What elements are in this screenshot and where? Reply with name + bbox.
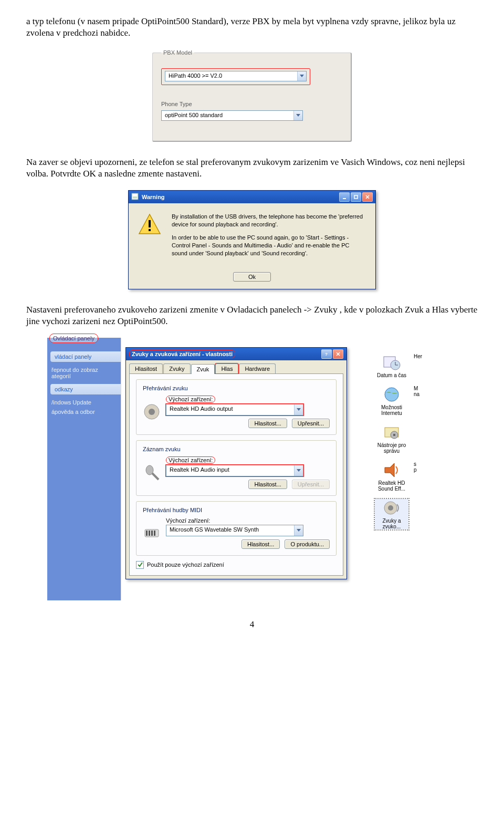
record-advanced-button-disabled: Upřesnit... xyxy=(292,480,330,489)
cp-item-sounds-selected[interactable]: Zvuky a zvuko... xyxy=(375,499,408,529)
svg-text:?: ? xyxy=(325,352,328,356)
bleed-text: M na xyxy=(414,386,419,416)
installer-icon xyxy=(131,193,139,201)
midi-volume-button[interactable]: Hlasitost... xyxy=(242,539,280,549)
leftnav-link[interactable]: ápověda a odbor xyxy=(47,407,121,417)
record-device-value: Realtek HD Audio input xyxy=(166,465,294,476)
cp-item-label: Datum a čas xyxy=(375,372,408,378)
chevron-down-icon[interactable] xyxy=(294,465,303,476)
svg-rect-23 xyxy=(151,531,153,536)
cp-item-label: Nástroje pro správu xyxy=(375,442,408,454)
phone-type-field: Phone Type optiPoint 500 standard xyxy=(161,101,342,121)
svg-rect-22 xyxy=(149,531,150,536)
properties-title-redcircle: Zvuky a zvuková zařízení - vlastnosti xyxy=(129,350,235,358)
playback-advanced-button[interactable]: Upřesnit... xyxy=(292,419,330,428)
tab-zvuk[interactable]: Zvuk xyxy=(191,364,215,374)
help-button[interactable]: ? xyxy=(321,349,332,359)
group-title: Záznam zvuku xyxy=(143,446,330,452)
chevron-down-icon[interactable] xyxy=(297,71,306,81)
pbx-fieldset: PBX Model HiPath 4000 >= V2.0 Phone Type… xyxy=(152,49,352,142)
svg-point-30 xyxy=(385,388,398,401)
svg-rect-3 xyxy=(133,196,137,199)
sound-properties-dialog: Zvuky a zvuková zařízení - vlastnosti ? … xyxy=(125,347,347,579)
svg-marker-19 xyxy=(297,469,301,472)
chevron-down-icon[interactable] xyxy=(294,404,303,415)
record-volume-button[interactable]: Hlasitost... xyxy=(248,480,287,489)
properties-titlebar: Zvuky a zvuková zařízení - vlastnosti ? xyxy=(126,348,346,360)
svg-point-15 xyxy=(149,409,155,415)
use-default-only-checkbox-row[interactable]: Použít pouze výchozí zařízení xyxy=(136,561,337,569)
record-device-dropdown[interactable]: Realtek HD Audio input xyxy=(166,465,303,476)
maximize-button[interactable] xyxy=(351,192,361,202)
close-button[interactable] xyxy=(362,192,373,202)
midi-about-button[interactable]: O produktu... xyxy=(285,539,330,549)
speaker-icon xyxy=(143,403,161,421)
svg-rect-24 xyxy=(154,531,155,536)
leftnav-switchview[interactable]: řepnout do zobraz ategorií xyxy=(47,365,121,381)
control-panel-leftnav: vládací panely řepnout do zobraz ategori… xyxy=(47,338,121,600)
group-playback: Přehrávání zvuku Výchozí zařízení: Realt… xyxy=(136,379,337,435)
tab-zvuky[interactable]: Zvuky xyxy=(163,363,190,373)
cp-item-datetime[interactable]: Datum a čas xyxy=(375,354,408,378)
group-title: Přehrávání hudby MIDI xyxy=(143,507,330,513)
svg-rect-33 xyxy=(393,434,395,436)
group-record: Záznam zvuku Výchozí zařízení: Realtek H… xyxy=(136,440,337,496)
svg-rect-21 xyxy=(146,531,148,536)
doc-paragraph-3: Nastaveni preferovaneho zvukoveho zarize… xyxy=(26,304,478,327)
leftnav-link[interactable]: /indows Update xyxy=(47,398,121,407)
bleed-text: s p xyxy=(414,461,417,492)
svg-marker-16 xyxy=(297,408,301,411)
cp-item-realtek[interactable]: Realtek HD Sound Eff... xyxy=(375,461,408,492)
cp-item-admin-tools[interactable]: Nástroje pro správu xyxy=(375,423,408,454)
svg-line-18 xyxy=(152,473,159,480)
svg-marker-1 xyxy=(296,114,300,117)
phone-type-label: Phone Type xyxy=(161,101,342,107)
svg-marker-25 xyxy=(297,529,301,532)
svg-point-36 xyxy=(388,505,393,511)
tab-hlas-redcircle[interactable]: Hlas xyxy=(215,363,238,373)
screenshot-control-panel: Ovládací panely vládací panely řepnout d… xyxy=(47,338,457,600)
midi-device-dropdown[interactable]: Microsoft GS Wavetable SW Synth xyxy=(166,525,303,536)
tab-hardware[interactable]: Hardware xyxy=(239,363,276,373)
phone-type-dropdown[interactable]: optiPoint 500 standard xyxy=(161,110,303,121)
tabbar: Hlasitost Zvuky Zvuk Hlas Hardware xyxy=(126,360,346,373)
sounds-icon xyxy=(383,499,401,517)
svg-rect-9 xyxy=(149,220,151,227)
warning-icon xyxy=(138,213,161,236)
midi-icon xyxy=(143,524,161,542)
use-default-only-label: Použít pouze výchozí zařízení xyxy=(147,562,224,568)
ok-button[interactable]: Ok xyxy=(233,272,271,282)
group-midi: Přehrávání hudby MIDI Výchozí zařízení: … xyxy=(136,501,337,556)
tab-hlasitost[interactable]: Hlasitost xyxy=(129,363,163,373)
playback-label-redcircle: Výchozí zařízení: xyxy=(166,396,215,403)
close-button[interactable] xyxy=(333,349,343,359)
realtek-icon xyxy=(383,461,401,479)
svg-marker-0 xyxy=(300,75,304,77)
pbx-legend: PBX Model xyxy=(161,49,194,56)
cp-item-label: Zvuky a zvuko... xyxy=(375,518,408,529)
warning-line1: By installation of the USB drivers, the … xyxy=(172,213,366,228)
svg-marker-34 xyxy=(385,463,394,477)
minimize-button[interactable] xyxy=(339,192,350,202)
cp-item-label: Realtek HD Sound Eff... xyxy=(375,480,408,492)
midi-device-value: Microsoft GS Wavetable SW Synth xyxy=(166,525,294,536)
microphone-icon xyxy=(143,464,161,482)
svg-rect-4 xyxy=(343,198,346,199)
control-panel-iconarea: Datum a čas Her Možnosti Internetu M na … xyxy=(372,338,457,600)
bleed-text: Her xyxy=(414,354,422,378)
record-label-redcircle: Výchozí zařízení: xyxy=(166,456,215,464)
screenshot-pbx-model: PBX Model HiPath 4000 >= V2.0 Phone Type… xyxy=(152,49,352,142)
tab-content-zvuk: Přehrávání zvuku Výchozí zařízení: Realt… xyxy=(129,373,343,576)
cp-item-internet-options[interactable]: Možnosti Internetu xyxy=(375,386,408,416)
cp-item-label: Možnosti Internetu xyxy=(375,404,408,416)
chevron-down-icon[interactable] xyxy=(294,525,303,536)
checkbox-checked-icon[interactable] xyxy=(136,561,144,569)
group-title: Přehrávání zvuku xyxy=(143,385,330,391)
properties-title: Zvuky a zvuková zařízení - vlastnosti xyxy=(129,351,318,357)
internet-options-icon xyxy=(383,386,401,403)
playback-volume-button[interactable]: Hlasitost... xyxy=(248,419,287,428)
playback-device-dropdown[interactable]: Realtek HD Audio output xyxy=(166,404,303,415)
pbx-model-dropdown[interactable]: HiPath 4000 >= V2.0 xyxy=(165,71,307,81)
chevron-down-icon[interactable] xyxy=(293,111,302,120)
datetime-icon xyxy=(383,354,401,371)
